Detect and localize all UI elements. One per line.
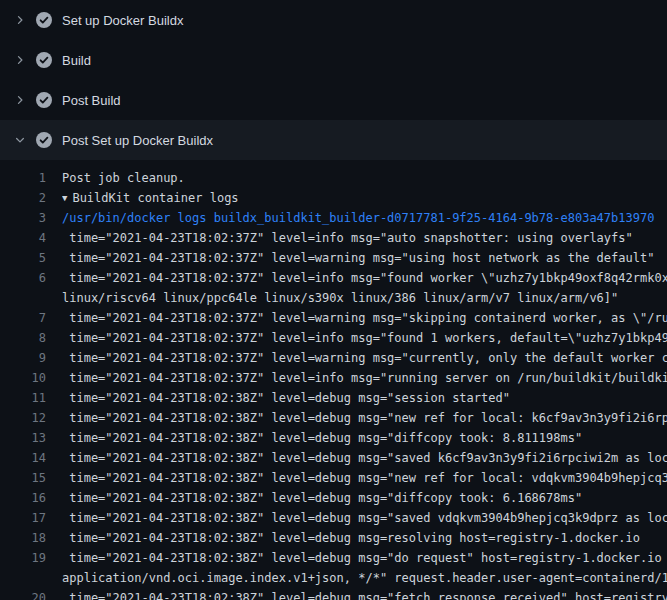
- line-number[interactable]: [0, 288, 46, 308]
- log-line: 18 time="2021-04-23T18:02:38Z" level=deb…: [0, 528, 667, 548]
- log-text: time="2021-04-23T18:02:38Z" level=debug …: [62, 531, 640, 545]
- actions-log-viewer: Set up Docker Buildx Build: [0, 0, 667, 600]
- log-text: time="2021-04-23T18:02:37Z" level=info m…: [62, 231, 633, 245]
- line-number[interactable]: 3: [0, 208, 46, 228]
- line-number[interactable]: 14: [0, 448, 46, 468]
- log-line-text: time="2021-04-23T18:02:38Z" level=debug …: [62, 428, 667, 448]
- log-line-text: time="2021-04-23T18:02:38Z" level=debug …: [62, 468, 667, 488]
- log-text: /usr/bin/docker logs buildx_buildkit_bui…: [62, 211, 654, 225]
- line-number[interactable]: 13: [0, 428, 46, 448]
- log-line: application/vnd.oci.image.index.v1+json,…: [0, 568, 667, 588]
- line-number[interactable]: 17: [0, 508, 46, 528]
- step-label: Set up Docker Buildx: [62, 13, 183, 28]
- log-line: 1 Post job cleanup.: [0, 168, 667, 188]
- check-circle-icon: [36, 132, 52, 148]
- log-line: linux/riscv64 linux/ppc64le linux/s390x …: [0, 288, 667, 308]
- log-line-text: time="2021-04-23T18:02:38Z" level=debug …: [62, 388, 667, 408]
- log-line: 17 time="2021-04-23T18:02:38Z" level=deb…: [0, 508, 667, 528]
- line-number[interactable]: 9: [0, 348, 46, 368]
- log-text: time="2021-04-23T18:02:38Z" level=debug …: [62, 391, 510, 405]
- log-text: time="2021-04-23T18:02:38Z" level=debug …: [62, 491, 582, 505]
- log-text: time="2021-04-23T18:02:37Z" level=info m…: [62, 371, 667, 385]
- line-number[interactable]: 6: [0, 268, 46, 288]
- log-text: time="2021-04-23T18:02:38Z" level=debug …: [62, 511, 667, 525]
- log-line-text: time="2021-04-23T18:02:38Z" level=debug …: [62, 488, 667, 508]
- chevron-icon: [12, 92, 28, 108]
- step-label: Build: [62, 53, 91, 68]
- log-text: application/vnd.oci.image.index.v1+json,…: [62, 571, 667, 585]
- log-line: 3 /usr/bin/docker logs buildx_buildkit_b…: [0, 208, 667, 228]
- chevron-icon: [12, 52, 28, 68]
- log-text: time="2021-04-23T18:02:37Z" level=warnin…: [62, 251, 654, 265]
- log-text: time="2021-04-23T18:02:38Z" level=debug …: [62, 411, 667, 425]
- log-line-text: time="2021-04-23T18:02:37Z" level=warnin…: [62, 348, 667, 368]
- log-line-text: time="2021-04-23T18:02:38Z" level=debug …: [62, 528, 667, 548]
- line-number[interactable]: 18: [0, 528, 46, 548]
- log-text: Post job cleanup.: [62, 171, 185, 185]
- line-number[interactable]: 11: [0, 388, 46, 408]
- log-text: time="2021-04-23T18:02:38Z" level=debug …: [62, 551, 667, 565]
- log-lines: 1 Post job cleanup. 2 BuildKit container…: [0, 160, 667, 600]
- log-text: time="2021-04-23T18:02:38Z" level=debug …: [62, 451, 667, 465]
- log-line: 8 time="2021-04-23T18:02:37Z" level=info…: [0, 328, 667, 348]
- line-number[interactable]: 19: [0, 548, 46, 568]
- step-list: Set up Docker Buildx Build: [0, 0, 667, 160]
- line-number[interactable]: 4: [0, 228, 46, 248]
- log-line: 16 time="2021-04-23T18:02:38Z" level=deb…: [0, 488, 667, 508]
- line-number[interactable]: [0, 568, 46, 588]
- line-number[interactable]: 16: [0, 488, 46, 508]
- line-number[interactable]: 1: [0, 168, 46, 188]
- log-line-text: time="2021-04-23T18:02:38Z" level=debug …: [62, 408, 667, 428]
- line-number[interactable]: 10: [0, 368, 46, 388]
- log-text: time="2021-04-23T18:02:37Z" level=warnin…: [62, 311, 667, 325]
- log-line: 5 time="2021-04-23T18:02:37Z" level=warn…: [0, 248, 667, 268]
- line-number[interactable]: 20: [0, 588, 46, 600]
- log-text: time="2021-04-23T18:02:37Z" level=info m…: [62, 331, 667, 345]
- line-number[interactable]: 2: [0, 188, 46, 208]
- log-line: 11 time="2021-04-23T18:02:38Z" level=deb…: [0, 388, 667, 408]
- check-circle-icon: [36, 52, 52, 68]
- step-header[interactable]: Post Build: [0, 80, 667, 120]
- step-header[interactable]: Build: [0, 40, 667, 80]
- line-number[interactable]: 7: [0, 308, 46, 328]
- log-text: time="2021-04-23T18:02:38Z" level=debug …: [62, 591, 667, 600]
- line-number[interactable]: 5: [0, 248, 46, 268]
- log-line: 14 time="2021-04-23T18:02:38Z" level=deb…: [0, 448, 667, 468]
- log-line-text: time="2021-04-23T18:02:38Z" level=debug …: [62, 508, 667, 528]
- log-text: time="2021-04-23T18:02:38Z" level=debug …: [62, 471, 667, 485]
- log-line-text: BuildKit container logs: [62, 188, 667, 208]
- log-text: BuildKit container logs: [72, 191, 238, 205]
- chevron-icon: [12, 132, 28, 148]
- log-line: 20 time="2021-04-23T18:02:38Z" level=deb…: [0, 588, 667, 600]
- step-label: Post Set up Docker Buildx: [62, 133, 213, 148]
- log-text: linux/riscv64 linux/ppc64le linux/s390x …: [62, 291, 618, 305]
- log-line: 9 time="2021-04-23T18:02:37Z" level=warn…: [0, 348, 667, 368]
- log-line-text: application/vnd.oci.image.index.v1+json,…: [62, 568, 667, 588]
- check-circle-icon: [36, 12, 52, 28]
- log-line-text: time="2021-04-23T18:02:38Z" level=debug …: [62, 448, 667, 468]
- log-text: time="2021-04-23T18:02:37Z" level=warnin…: [62, 351, 667, 365]
- log-line-text: time="2021-04-23T18:02:38Z" level=debug …: [62, 588, 667, 600]
- chevron-icon: [12, 12, 28, 28]
- log-line-text: time="2021-04-23T18:02:37Z" level=info m…: [62, 328, 667, 348]
- log-line-text: time="2021-04-23T18:02:38Z" level=debug …: [62, 548, 667, 568]
- log-line-text: /usr/bin/docker logs buildx_buildkit_bui…: [62, 208, 667, 228]
- log-text: time="2021-04-23T18:02:38Z" level=debug …: [62, 431, 582, 445]
- log-line-text: linux/riscv64 linux/ppc64le linux/s390x …: [62, 288, 667, 308]
- log-line-text: time="2021-04-23T18:02:37Z" level=warnin…: [62, 308, 667, 328]
- log-line: 15 time="2021-04-23T18:02:38Z" level=deb…: [0, 468, 667, 488]
- log-line-text: time="2021-04-23T18:02:37Z" level=warnin…: [62, 248, 667, 268]
- log-line: 19 time="2021-04-23T18:02:38Z" level=deb…: [0, 548, 667, 568]
- step-header[interactable]: Set up Docker Buildx: [0, 0, 667, 40]
- line-number[interactable]: 15: [0, 468, 46, 488]
- log-line-text: Post job cleanup.: [62, 168, 667, 188]
- step-header[interactable]: Post Set up Docker Buildx: [0, 120, 667, 160]
- log-line: 2 BuildKit container logs: [0, 188, 667, 208]
- log-text: time="2021-04-23T18:02:37Z" level=info m…: [62, 271, 667, 285]
- line-number[interactable]: 12: [0, 408, 46, 428]
- group-toggle-icon[interactable]: [62, 188, 67, 208]
- log-line: 4 time="2021-04-23T18:02:37Z" level=info…: [0, 228, 667, 248]
- line-number[interactable]: 8: [0, 328, 46, 348]
- log-line-text: time="2021-04-23T18:02:37Z" level=info m…: [62, 368, 667, 388]
- check-circle-icon: [36, 92, 52, 108]
